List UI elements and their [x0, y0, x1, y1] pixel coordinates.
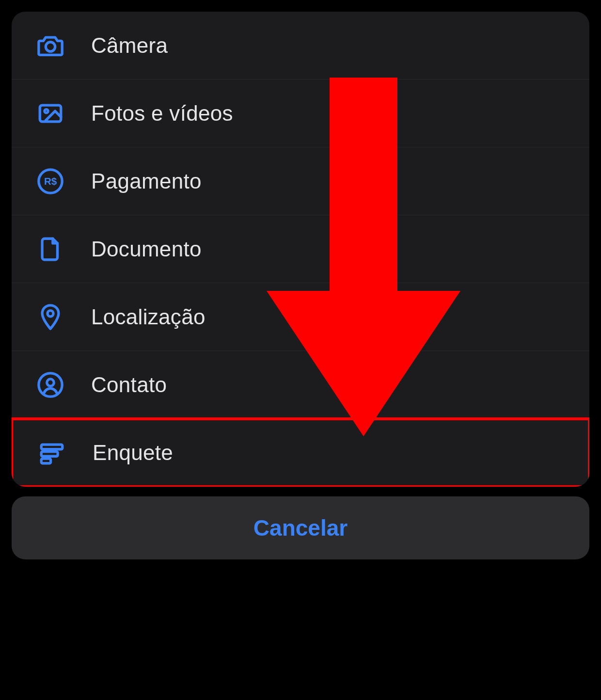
cancel-button[interactable]: Cancelar	[12, 496, 589, 559]
svg-rect-10	[41, 459, 50, 463]
svg-point-5	[47, 310, 53, 316]
menu-item-payment[interactable]: R$ Pagamento	[12, 147, 589, 215]
menu-item-location[interactable]: Localização	[12, 283, 589, 351]
menu-item-label: Pagamento	[91, 169, 202, 193]
svg-point-7	[47, 379, 54, 386]
camera-icon	[35, 30, 66, 61]
menu-item-label: Câmera	[91, 33, 168, 58]
contact-icon	[35, 369, 66, 400]
menu-item-label: Contato	[91, 373, 167, 397]
poll-icon	[36, 437, 67, 468]
menu-item-document[interactable]: Documento	[12, 215, 589, 283]
attachment-menu: Câmera Fotos e vídeos R$ Pagamento Docum…	[12, 12, 589, 487]
photo-icon	[35, 98, 66, 129]
menu-item-camera[interactable]: Câmera	[12, 12, 589, 80]
svg-point-2	[45, 109, 48, 112]
menu-item-label: Documento	[91, 237, 202, 261]
menu-item-label: Localização	[91, 305, 206, 329]
menu-item-label: Enquete	[93, 441, 173, 465]
svg-rect-8	[41, 445, 63, 449]
menu-item-poll[interactable]: Enquete	[12, 417, 589, 487]
location-icon	[35, 302, 66, 333]
svg-point-0	[46, 42, 55, 51]
svg-text:R$: R$	[44, 175, 57, 187]
menu-item-label: Fotos e vídeos	[91, 101, 233, 126]
cancel-label: Cancelar	[253, 515, 348, 541]
menu-item-photos[interactable]: Fotos e vídeos	[12, 80, 589, 147]
payment-icon: R$	[35, 166, 66, 197]
menu-item-contact[interactable]: Contato	[12, 351, 589, 419]
svg-rect-9	[41, 452, 58, 457]
document-icon	[35, 234, 66, 265]
